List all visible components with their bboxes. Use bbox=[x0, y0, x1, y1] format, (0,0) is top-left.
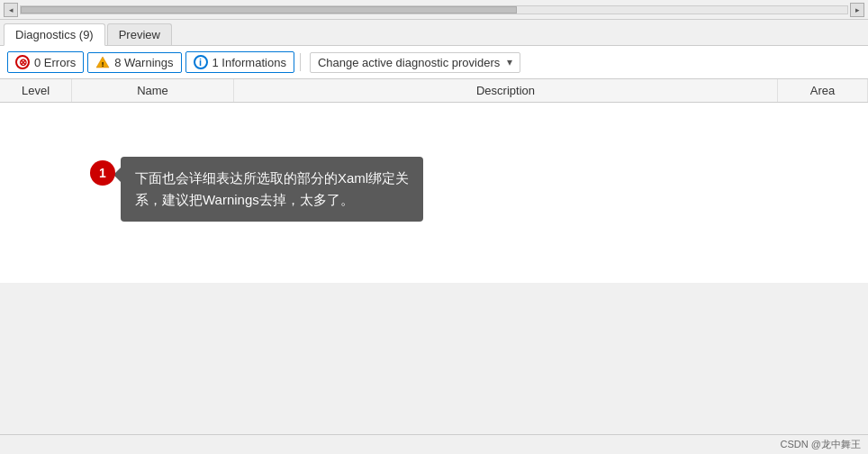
tab-preview-label: Preview bbox=[119, 28, 160, 41]
warnings-filter-button[interactable]: ! 8 Warnings bbox=[87, 52, 181, 73]
column-header-name: Name bbox=[72, 79, 234, 102]
provider-dropdown-button[interactable]: Change active diagnostic providers bbox=[310, 52, 520, 73]
scroll-thumb bbox=[21, 6, 517, 14]
column-header-description: Description bbox=[234, 79, 778, 102]
column-header-area: Area bbox=[778, 79, 868, 102]
column-header-level: Level bbox=[0, 79, 72, 102]
tab-diagnostics-label: Diagnostics (9) bbox=[15, 28, 94, 41]
tab-preview[interactable]: Preview bbox=[107, 23, 172, 45]
toolbar: ⊗ 0 Errors ! 8 Warnings i 1 Informations… bbox=[0, 46, 868, 79]
tab-bar: Diagnostics (9) Preview bbox=[0, 20, 868, 46]
callout-container: 1 下面也会详细表达所选取的部分的Xaml绑定关 系，建议把Warnings去掉… bbox=[90, 157, 423, 222]
warning-triangle-icon: ! bbox=[95, 56, 110, 68]
tab-diagnostics[interactable]: Diagnostics (9) bbox=[4, 23, 105, 46]
diagnostics-table: Level Name Description Area 1 下面也会详细表达所选… bbox=[0, 79, 868, 283]
callout-text: 下面也会详细表达所选取的部分的Xaml绑定关 系，建议把Warnings去掉，太… bbox=[135, 170, 409, 207]
scroll-right-arrow[interactable]: ▸ bbox=[850, 3, 864, 17]
scroll-track[interactable] bbox=[20, 5, 848, 14]
scroll-left-arrow[interactable]: ◂ bbox=[4, 3, 18, 17]
toolbar-separator bbox=[300, 53, 301, 71]
attribution-text: CSDN @龙中舞王 bbox=[781, 438, 861, 451]
warning-icon: ! bbox=[95, 56, 110, 68]
informations-label: 1 Informations bbox=[212, 56, 286, 69]
warnings-label: 8 Warnings bbox=[114, 56, 173, 69]
informations-filter-button[interactable]: i 1 Informations bbox=[185, 51, 294, 73]
svg-text:!: ! bbox=[102, 60, 104, 68]
table-header: Level Name Description Area bbox=[0, 79, 868, 103]
callout-number: 1 bbox=[90, 160, 115, 186]
bottom-bar: CSDN @龙中舞王 bbox=[0, 434, 868, 454]
provider-dropdown-label: Change active diagnostic providers bbox=[318, 56, 500, 69]
info-icon: i bbox=[194, 55, 208, 69]
top-scrollbar: ◂ ▸ bbox=[0, 0, 868, 20]
errors-label: 0 Errors bbox=[34, 56, 76, 69]
callout-bubble: 下面也会详细表达所选取的部分的Xaml绑定关 系，建议把Warnings去掉，太… bbox=[121, 157, 423, 222]
error-icon: ⊗ bbox=[15, 55, 30, 69]
table-body: 1 下面也会详细表达所选取的部分的Xaml绑定关 系，建议把Warnings去掉… bbox=[0, 103, 868, 283]
errors-filter-button[interactable]: ⊗ 0 Errors bbox=[7, 51, 84, 73]
